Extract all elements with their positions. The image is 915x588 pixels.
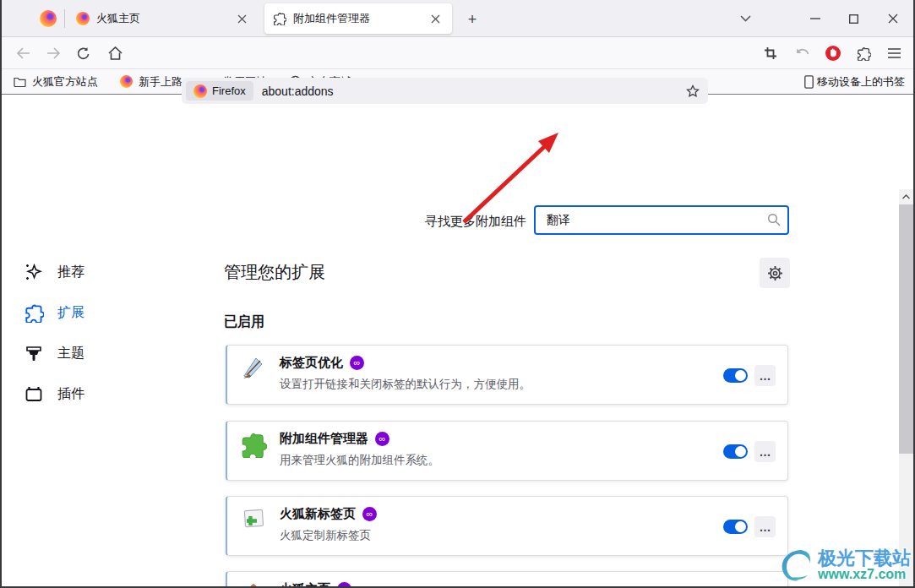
- tab-label: 火狐主页: [96, 11, 233, 26]
- screenshot-icon[interactable]: [759, 41, 782, 65]
- search-input[interactable]: [534, 205, 789, 235]
- addons-sidebar: 推荐 扩展 主题 插件: [24, 252, 201, 414]
- mobile-bookmarks[interactable]: 移动设备上的书签: [804, 74, 905, 90]
- quill-icon: [240, 355, 267, 382]
- more-options-button[interactable]: …: [754, 365, 776, 386]
- extension-name[interactable]: 标签页优化: [280, 355, 343, 371]
- extension-card-new-tab[interactable]: 火狐新标签页 ∞ 火狐定制新标签页 …: [226, 496, 788, 556]
- firefox-icon: [76, 12, 90, 25]
- extension-name[interactable]: 附加组件管理器: [280, 431, 368, 447]
- paintbrush-icon: [24, 343, 44, 363]
- firefox-icon: [120, 75, 133, 88]
- reload-icon[interactable]: [72, 41, 95, 65]
- newtab-page-icon: [240, 506, 267, 533]
- menu-hamburger-icon[interactable]: [882, 41, 906, 65]
- recommended-badge-icon: ∞: [362, 507, 377, 521]
- page-title: 管理您的扩展: [224, 261, 325, 284]
- gear-icon: [767, 265, 783, 281]
- firefox-menu-icon[interactable]: [40, 10, 57, 27]
- extensions-puzzle-icon[interactable]: [852, 41, 875, 65]
- extension-card-addons-manager[interactable]: 附加组件管理器 ∞ 用来管理火狐的附加组件系统。 …: [226, 421, 788, 481]
- search-icon: [767, 213, 781, 226]
- sidebar-item-themes[interactable]: 主题: [24, 333, 201, 373]
- tools-for-all-addons-button[interactable]: [760, 258, 790, 288]
- scrollbar[interactable]: [899, 189, 913, 588]
- window-close-button[interactable]: [880, 6, 907, 31]
- browser-window: 火狐主页 附加组件管理器 +: [0, 0, 915, 588]
- section-enabled: 已启用: [224, 313, 264, 331]
- sparkle-icon: [24, 262, 44, 282]
- extension-name[interactable]: 火狐新标签页: [280, 506, 356, 522]
- extension-card-tab-optimizer[interactable]: 标签页优化 ∞ 设置打开链接和关闭标签的默认行为，方便使用。 …: [226, 345, 788, 405]
- extension-description: 火狐定制新标签页: [280, 528, 371, 543]
- search-label: 寻找更多附加组件: [425, 214, 526, 230]
- recommended-badge-icon: ∞: [337, 582, 351, 588]
- plugin-icon: [24, 384, 44, 404]
- recommended-badge-icon: ∞: [375, 432, 389, 446]
- adblock-hand-icon[interactable]: [821, 41, 845, 65]
- extension-description: 用来管理火狐的附加组件系统。: [280, 453, 439, 468]
- tab-addons-manager[interactable]: 附加组件管理器: [264, 3, 452, 34]
- bookmark-getting-started[interactable]: 新手上路: [120, 74, 182, 90]
- new-tab-button[interactable]: +: [461, 8, 483, 30]
- puzzle-icon: [24, 302, 44, 323]
- extension-card-homepage[interactable]: 火狐主页 ∞ 火狐定制主页，包括最近访问页面、最常访问页面以及新标签页等 …: [226, 571, 788, 588]
- mobile-icon: [804, 75, 814, 89]
- enable-toggle[interactable]: [723, 520, 748, 534]
- sidebar-item-recommended[interactable]: 推荐: [24, 252, 201, 292]
- house-icon: [240, 581, 267, 588]
- bookmark-star-icon[interactable]: [686, 84, 700, 98]
- folder-icon: [14, 76, 26, 87]
- tab-list-chevron-icon[interactable]: [732, 6, 759, 31]
- identity-label: Firefox: [212, 84, 246, 97]
- back-icon[interactable]: [11, 41, 35, 65]
- extension-name[interactable]: 火狐主页: [280, 581, 330, 588]
- sidebar-item-plugins[interactable]: 插件: [24, 373, 201, 414]
- undo-icon[interactable]: [791, 41, 814, 65]
- about-addons-page: 寻找更多附加组件 推荐 扩展: [0, 95, 915, 588]
- green-puzzle-icon: [240, 431, 267, 458]
- tab-close-icon[interactable]: [233, 10, 250, 27]
- extension-description: 设置打开链接和关闭标签的默认行为，方便使用。: [280, 377, 531, 392]
- scroll-up-icon[interactable]: [899, 189, 913, 204]
- tab-bar: 火狐主页 附加组件管理器 +: [0, 0, 915, 37]
- firefox-icon: [193, 84, 207, 98]
- site-identity-chip[interactable]: Firefox: [186, 81, 253, 101]
- navigation-toolbar: Firefox about:addons: [0, 37, 915, 69]
- scrollbar-thumb[interactable]: [899, 204, 913, 454]
- sidebar-item-extensions[interactable]: 扩展: [24, 292, 201, 333]
- tab-separator: [64, 9, 65, 28]
- tab-close-icon[interactable]: [427, 10, 444, 27]
- recommended-badge-icon: ∞: [350, 356, 364, 370]
- maximize-button[interactable]: [840, 6, 867, 31]
- minimize-button[interactable]: [802, 6, 829, 31]
- more-options-button[interactable]: …: [754, 516, 776, 537]
- forward-icon[interactable]: [41, 41, 65, 65]
- more-options-button[interactable]: …: [754, 441, 776, 462]
- tab-label: 附加组件管理器: [293, 11, 427, 26]
- url-text[interactable]: about:addons: [262, 84, 334, 98]
- enable-toggle[interactable]: [723, 368, 748, 383]
- home-icon[interactable]: [103, 41, 127, 65]
- bookmark-folder-official[interactable]: 火狐官方站点: [14, 74, 98, 90]
- search-box: [534, 205, 789, 235]
- puzzle-icon: [273, 12, 286, 25]
- enable-toggle[interactable]: [723, 444, 748, 459]
- url-bar[interactable]: Firefox about:addons: [182, 78, 708, 104]
- tab-home[interactable]: 火狐主页: [68, 0, 259, 37]
